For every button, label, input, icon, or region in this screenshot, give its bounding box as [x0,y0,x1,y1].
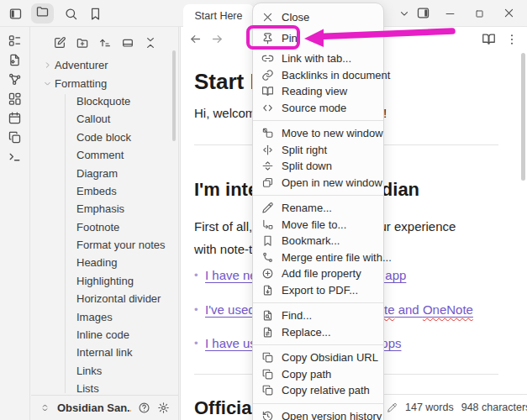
tree-item-label: Blockquote [76,95,130,108]
templates-icon[interactable] [8,53,22,67]
vault-switcher[interactable]: Obsidian San... [31,395,178,420]
link-text: and [395,302,423,317]
tree-file-callout[interactable]: Callout [31,110,178,128]
daily-note-icon[interactable] [8,111,22,125]
tree-file-code-block[interactable]: Code block [31,129,178,146]
menu-reading-view[interactable]: Reading view [253,83,383,100]
forward-arrow-icon[interactable] [210,32,224,46]
menu-item-label: Add file property [282,267,361,280]
ribbon-file-explorer-icon[interactable] [35,4,50,18]
menu-item-label: Link with tab... [282,52,351,65]
menu-copy-relative-path[interactable]: Copy relative path [253,382,383,399]
menu-item-label: Rename... [282,202,332,214]
menu-split-right-icon [261,144,274,156]
outline-icon[interactable] [8,34,22,48]
menu-move-file-to[interactable]: Move file to... [253,217,383,234]
reading-view-icon[interactable] [482,32,496,46]
menu-item-label: Reading view [282,85,347,97]
tree-folder-adventurer[interactable]: Adventurer [31,56,178,74]
canvas-icon[interactable] [8,92,22,106]
graph-view-icon[interactable] [8,72,22,87]
menu-pin[interactable]: Pin [253,30,383,47]
settings-gear-icon[interactable] [157,402,170,414]
tree-file-diagram[interactable]: Diagram [31,164,178,181]
tree-file-internal-link[interactable]: Internal link [31,344,178,361]
menu-copy-obsidian-url[interactable]: Copy Obsidian URL [253,349,383,366]
menu-item-label: Find... [282,309,312,322]
ribbon-search-icon[interactable] [64,7,78,21]
menu-separator [253,302,383,303]
menu-export-pdf[interactable]: Export to PDF... [253,282,383,299]
tree-file-heading[interactable]: Heading [31,254,178,271]
menu-backlinks-icon [261,69,274,81]
file-explorer-pane: AdventurerFormattingBlockquoteCalloutCod… [31,27,179,420]
menu-item-label: Backlinks in document [282,69,390,81]
menu-copy-path[interactable]: Copy path [253,366,383,383]
tree-file-highlighting[interactable]: Highlighting [31,272,178,290]
misspelled-word: OneNote [423,302,473,317]
tree-file-blockquote[interactable]: Blockquote [31,92,178,110]
tree-item-label: Inline code [76,328,129,341]
menu-bookmark[interactable]: Bookmark... [253,233,383,249]
menu-item-label: Copy path [282,368,331,381]
tree-item-label: Callout [76,113,110,125]
menu-move-to-new-window-icon [261,127,274,139]
tree-item-label: Heading [76,256,117,269]
menu-add-file-property[interactable]: Add file property [253,265,383,282]
ribbon-bookmarks-icon[interactable] [88,7,103,21]
tab-start-here[interactable]: Start Here [183,4,254,28]
sort-order-icon[interactable] [98,36,112,50]
menu-move-to-new-window[interactable]: Move to new window [253,125,383,142]
tree-item-label: Images [76,311,113,323]
tree-file-embeds[interactable]: Embeds [31,182,178,200]
menu-open-in-new-window[interactable]: Open in new window [253,175,383,192]
menu-source-mode-icon [261,102,274,114]
menu-replace[interactable]: Replace... [253,324,383,341]
menu-split-down[interactable]: Split down [253,158,383,175]
menu-split-right[interactable]: Split right [253,142,383,159]
menu-item-label: Move to new window [282,127,383,139]
menu-link-with-tab[interactable]: Link with tab... [253,50,383,67]
explorer-scrollbar[interactable] [172,50,176,141]
maximize-icon[interactable] [474,8,485,19]
menu-item-label: Close [282,11,309,24]
editor-scrollbar[interactable] [521,53,525,181]
tree-item-label: Footnote [76,221,119,234]
collapse-all-icon[interactable] [144,36,157,50]
card-view-icon[interactable] [8,130,22,144]
tree-file-links[interactable]: Links [31,362,178,380]
tree-file-comment[interactable]: Comment [31,146,178,164]
menu-merge-file[interactable]: Merge entire file with... [253,249,383,266]
tree-file-footnote[interactable]: Footnote [31,218,178,236]
toggle-right-sidebar-icon[interactable] [416,6,430,20]
menu-close[interactable]: Close [253,9,383,26]
tree-file-format-your-notes[interactable]: Format your notes [31,236,178,254]
auto-reveal-icon[interactable] [121,36,134,50]
menu-item-label: Move file to... [282,218,346,231]
menu-find-icon [261,309,274,322]
menu-source-mode[interactable]: Source mode [253,100,383,117]
terminal-icon[interactable] [8,150,22,164]
menu-open-version-history[interactable]: Open version history [253,408,383,420]
tree-folder-formatting[interactable]: Formatting [31,74,178,92]
menu-item-label: Replace... [282,326,331,339]
back-arrow-icon[interactable] [188,32,203,46]
close-window-icon[interactable] [503,7,515,19]
help-icon[interactable] [138,402,150,414]
tree-file-emphasis[interactable]: Emphasis [31,200,178,218]
minimize-icon[interactable] [444,8,456,20]
menu-find[interactable]: Find... [253,307,383,324]
tree-file-horizontal-divider[interactable]: Horizontal divider [31,290,178,307]
menu-item-label: Bookmark... [282,234,340,247]
ribbon-toggle-left-sidebar-icon[interactable] [8,7,23,21]
menu-rename[interactable]: Rename... [253,200,383,217]
tree-file-images[interactable]: Images [31,307,178,325]
chevron-down-icon [43,79,52,88]
menu-backlinks[interactable]: Backlinks in document [253,67,383,84]
menu-merge-file-icon [261,251,274,264]
new-note-icon[interactable] [53,36,66,50]
tree-file-inline-code[interactable]: Inline code [31,326,178,344]
new-folder-icon[interactable] [76,36,89,50]
more-options-icon[interactable] [505,32,519,46]
tab-list-dropdown-icon[interactable] [398,8,410,19]
